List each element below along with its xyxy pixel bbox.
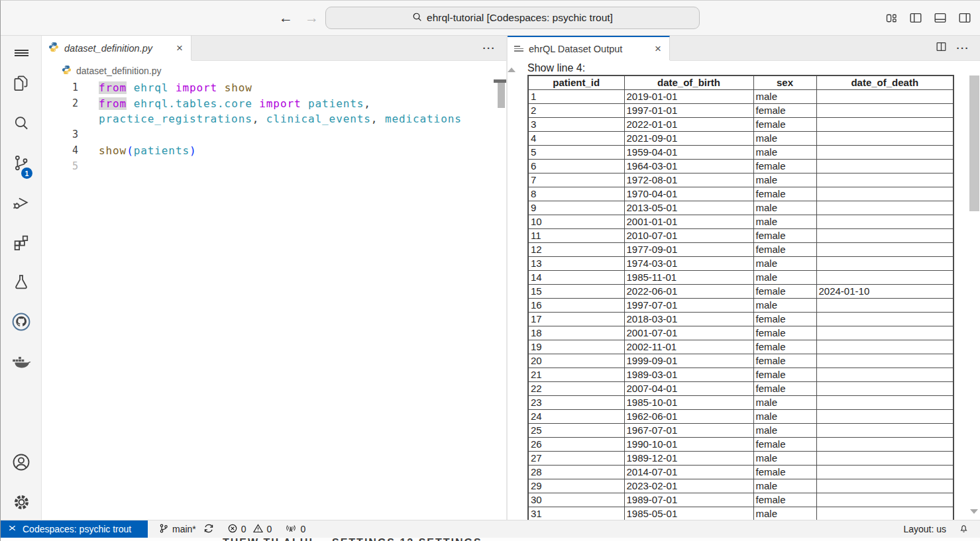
run-debug-icon[interactable] — [1, 191, 42, 214]
scroll-down-arrow-icon[interactable] — [970, 509, 978, 514]
code-line[interactable]: practice_registrations, clinical_events,… — [42, 111, 506, 127]
testing-icon[interactable] — [1, 271, 42, 293]
table-cell: 20 — [528, 354, 624, 368]
split-editor-icon[interactable] — [935, 40, 948, 56]
table-cell: 10 — [528, 215, 624, 229]
github-icon[interactable] — [1, 311, 42, 333]
table-cell: 1977-09-01 — [624, 243, 753, 257]
table-cell: female — [753, 104, 816, 118]
toggle-primary-sidebar-icon[interactable] — [908, 11, 923, 25]
editor-scrollbar-thumb[interactable] — [498, 83, 505, 108]
dataset-table: patient_iddate_of_birthsexdate_of_death … — [527, 75, 954, 520]
ports-item[interactable]: 0 — [285, 523, 305, 536]
docker-icon[interactable] — [1, 350, 42, 373]
scroll-up-arrow-icon[interactable] — [508, 68, 516, 72]
table-cell: 1999-09-01 — [624, 354, 753, 368]
table-row: 172018-03-01female — [528, 313, 953, 326]
table-cell: male — [753, 410, 816, 424]
table-cell — [816, 382, 953, 396]
extensions-icon[interactable] — [1, 231, 42, 254]
table-cell: male — [753, 507, 816, 520]
table-cell — [816, 452, 953, 466]
command-center[interactable]: ehrql-tutorial [Codespaces: psychic trou… — [325, 7, 700, 29]
table-cell: female — [753, 326, 816, 340]
table-cell: 16 — [528, 299, 624, 313]
settings-gear-icon[interactable] — [1, 491, 42, 513]
table-cell — [816, 466, 953, 479]
table-column-header: patient_id — [528, 75, 624, 90]
table-cell — [816, 160, 953, 173]
table-row: 92013-05-01male — [528, 201, 953, 215]
table-cell: 2023-02-01 — [624, 479, 753, 493]
code-editor[interactable]: 1from ehrql import show2from ehrql.table… — [42, 80, 506, 174]
background-window-sliver: THEW TILALUI SETTINGS 12 SETTINGS — [1, 538, 980, 541]
breadcrumb-filename: dataset_definition.py — [76, 66, 161, 76]
account-icon[interactable] — [1, 451, 42, 473]
branch-item[interactable]: main* — [158, 523, 214, 536]
table-cell — [816, 396, 953, 410]
warnings-icon — [252, 523, 264, 536]
panel-more-actions-icon[interactable]: ··· — [957, 42, 970, 54]
breadcrumb[interactable]: dataset_definition.py — [42, 61, 506, 80]
code-line[interactable]: 2from ehrql.tables.core import patients, — [42, 96, 506, 112]
code-line[interactable]: 3 — [42, 127, 506, 143]
editor-tab-bar: dataset_definition.py × ··· — [42, 36, 506, 61]
table-cell — [816, 507, 953, 520]
table-cell: 31 — [528, 507, 624, 520]
table-cell: 7 — [528, 173, 624, 187]
table-row: 112010-07-01female — [528, 229, 953, 243]
back-arrow-icon[interactable]: ← — [279, 10, 293, 26]
panel-scrollbar-thumb[interactable] — [969, 75, 979, 211]
code-line[interactable]: 4show(patients) — [42, 143, 506, 159]
code-line[interactable]: 1from ehrql import show — [42, 80, 506, 96]
table-cell: 2001-01-01 — [624, 215, 753, 229]
notifications-bell-icon[interactable] — [958, 522, 969, 536]
table-cell: 24 — [528, 410, 624, 424]
table-cell — [816, 313, 953, 326]
table-cell: 1997-07-01 — [624, 299, 753, 313]
search-sidebar-icon[interactable] — [1, 112, 42, 134]
explorer-icon[interactable] — [1, 72, 42, 95]
tab-ehrql-dataset-output[interactable]: ehrQL Dataset Output × — [508, 36, 670, 60]
table-cell: 1985-11-01 — [624, 271, 753, 285]
table-cell: 1962-06-01 — [624, 410, 753, 424]
toggle-panel-icon[interactable] — [933, 11, 948, 25]
table-row: 211989-03-01female — [528, 368, 953, 382]
table-cell — [816, 90, 953, 104]
table-cell: 2022-01-01 — [624, 118, 753, 132]
table-cell: 1990-10-01 — [624, 438, 753, 452]
remote-indicator[interactable]: Codespaces: psychic trout — [1, 520, 148, 538]
table-cell: 1989-03-01 — [624, 368, 753, 382]
table-row: 201999-09-01female — [528, 354, 953, 368]
table-cell: female — [753, 438, 816, 452]
output-list-icon — [514, 44, 523, 54]
layout-indicator[interactable]: Layout: us — [903, 524, 946, 534]
python-file-icon — [48, 42, 59, 55]
table-column-header: date_of_birth — [624, 75, 753, 90]
table-cell: female — [753, 493, 816, 507]
editor-more-actions-icon[interactable]: ··· — [483, 42, 496, 54]
table-cell: female — [753, 354, 816, 368]
table-cell: 2010-07-01 — [624, 229, 753, 243]
line-number — [42, 111, 99, 127]
table-row: 131974-03-01male — [528, 257, 953, 271]
table-column-header: date_of_death — [816, 75, 953, 90]
table-cell: 2007-04-01 — [624, 382, 753, 396]
forward-arrow-icon: → — [305, 10, 319, 26]
close-tab-icon[interactable]: × — [175, 42, 184, 54]
table-cell — [816, 104, 953, 118]
close-panel-tab-icon[interactable]: × — [653, 43, 663, 54]
line-number: 1 — [42, 80, 99, 96]
customize-layout-icon[interactable] — [885, 11, 898, 25]
tab-dataset-definition[interactable]: dataset_definition.py × — [42, 36, 191, 60]
clipped-text-fragment: SETTINGS 12 SETTINGS — [332, 538, 482, 541]
table-cell: 1989-12-01 — [624, 452, 753, 466]
sync-icon[interactable] — [203, 523, 214, 536]
code-line[interactable]: 5 — [42, 159, 506, 175]
problems-item[interactable]: 0 0 — [227, 523, 272, 536]
table-cell: female — [753, 466, 816, 479]
panel-tab-label: ehrQL Dataset Output — [529, 44, 622, 54]
menu-icon[interactable] — [1, 42, 42, 64]
table-cell — [816, 118, 953, 132]
toggle-secondary-sidebar-icon[interactable] — [957, 11, 972, 25]
